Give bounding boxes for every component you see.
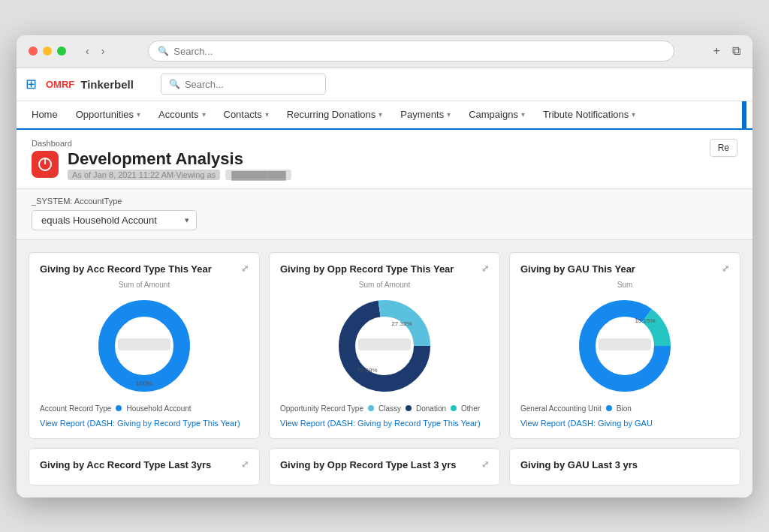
chevron-down-icon: ▾	[632, 110, 635, 119]
viewing-as-badge: ▓▓▓▓▓▓▓▓▓	[225, 170, 291, 180]
chevron-down-icon: ▾	[137, 110, 140, 119]
legend-dot-classy	[368, 405, 374, 411]
forward-button[interactable]: ›	[97, 44, 110, 59]
chevron-down-icon: ▾	[378, 110, 382, 119]
chevron-down-icon: ▾	[265, 110, 269, 119]
filter-select[interactable]: equals Household Account	[32, 210, 197, 230]
traffic-lights	[29, 47, 66, 56]
svg-text:72.68%: 72.68%	[357, 367, 377, 374]
legend: Opportunity Record Type Classy Donation …	[280, 404, 489, 413]
back-button[interactable]: ‹	[81, 44, 94, 59]
legend: Account Record Type Household Account	[40, 404, 249, 413]
nav-recurring-donations[interactable]: Recurring Donations ▾	[278, 101, 392, 128]
nav-payments-label: Payments	[400, 109, 444, 120]
nav-campaigns[interactable]: Campaigns ▾	[460, 101, 534, 128]
card-title: Giving by Opp Record Type This Year ⤢	[280, 263, 489, 275]
windows-button[interactable]: ⧉	[732, 44, 740, 58]
chart-area: 100%	[40, 293, 249, 398]
app-logo: OMRF	[46, 79, 74, 90]
card-giving-acc-last3: Giving by Acc Record Type Last 3yrs ⤢	[29, 448, 260, 485]
chevron-down-icon: ▾	[521, 110, 525, 119]
svg-text:15.15%: 15.15%	[635, 317, 655, 324]
nav-contacts-label: Contacts	[224, 109, 262, 120]
chart-label: Sum	[520, 281, 729, 289]
legend-axis-label: General Accounting Unit	[520, 404, 602, 413]
dashboard: Giving by Acc Record Type This Year ⤢ Su…	[17, 240, 752, 497]
chart-label: Sum of Amount	[280, 281, 489, 289]
svg-text:27.32%: 27.32%	[391, 320, 412, 327]
nav-contacts[interactable]: Contacts ▾	[215, 101, 278, 128]
legend-label-bion: Bion	[617, 404, 632, 413]
logo-text: OMRF	[46, 79, 74, 90]
expand-icon[interactable]: ⤢	[241, 263, 249, 274]
titlebar: ‹ › 🔍 + ⧉	[17, 35, 752, 68]
legend-label-classy: Classy	[378, 404, 401, 413]
view-report-link[interactable]: View Report (DASH: Giving by Record Type…	[40, 419, 249, 428]
re-button[interactable]: Re	[710, 139, 737, 157]
card-giving-opp-last3: Giving by Opp Record Type Last 3 yrs ⤢	[269, 448, 500, 485]
chevron-down-icon: ▾	[447, 110, 451, 119]
nav-home[interactable]: Home	[23, 101, 67, 128]
url-input[interactable]	[173, 46, 664, 57]
app-header: ⊞ OMRF Tinkerbell 🔍	[17, 68, 752, 101]
card-title: Giving by GAU Last 3 yrs	[520, 459, 729, 470]
navbar: Home Opportunities ▾ Accounts ▾ Contacts…	[17, 101, 752, 130]
page-header: Dashboard Development Analysis As of Jan…	[17, 130, 752, 189]
expand-icon[interactable]: ⤢	[481, 263, 489, 274]
legend-label-household: Household Account	[126, 404, 191, 413]
close-button[interactable]	[29, 47, 38, 56]
chart-label: Sum of Amount	[40, 281, 249, 289]
legend-label-donation: Donation	[416, 404, 446, 413]
url-bar[interactable]: 🔍	[148, 41, 674, 62]
donut-chart-opp: 72.68% 27.32%	[336, 297, 433, 395]
chevron-down-icon: ▾	[202, 110, 206, 119]
expand-icon[interactable]: ⤢	[481, 459, 489, 470]
nav-home-label: Home	[32, 109, 58, 120]
system-filter-label: _SYSTEM: AccountType	[32, 197, 737, 206]
search-icon: 🔍	[158, 46, 169, 56]
app-name: Tinkerbell	[80, 78, 134, 91]
nav-tribute-notifications[interactable]: Tribute Notifications ▾	[534, 101, 644, 128]
add-tab-button[interactable]: +	[713, 44, 720, 58]
legend-dot-household	[116, 405, 122, 411]
svg-rect-4	[118, 338, 170, 350]
legend-dot-donation	[406, 405, 412, 411]
grid-icon[interactable]: ⊞	[26, 76, 37, 92]
card-title: Giving by Acc Record Type This Year ⤢	[40, 263, 249, 275]
svg-rect-9	[358, 338, 411, 350]
page-title: Development Analysis	[68, 149, 291, 169]
page-title-row: Development Analysis As of Jan 8, 2021 1…	[32, 149, 291, 179]
legend-axis-label: Account Record Type	[40, 404, 111, 413]
app-search-icon: 🔍	[169, 79, 180, 89]
nav-arrows: ‹ ›	[81, 44, 109, 59]
legend: General Accounting Unit Bion	[520, 404, 729, 413]
maximize-button[interactable]	[57, 47, 66, 56]
view-report-link[interactable]: View Report (DASH: Giving by GAU	[520, 419, 729, 428]
page-meta: As of Jan 8, 2021 11:22 AM·Viewing as ▓▓…	[68, 170, 291, 179]
nav-payments[interactable]: Payments ▾	[391, 101, 460, 128]
expand-icon[interactable]: ⤢	[722, 263, 729, 274]
dashboard-icon	[38, 157, 53, 172]
card-giving-gau: Giving by GAU This Year ⤢ Sum 15.15%	[509, 252, 740, 439]
filter-wrapper: equals Household Account ▾	[32, 210, 197, 230]
nav-tribute-label: Tribute Notifications	[543, 109, 629, 120]
legend-dot-bion	[606, 405, 612, 411]
minimize-button[interactable]	[43, 47, 52, 56]
card-title: Giving by GAU This Year ⤢	[520, 263, 729, 275]
nav-accounts[interactable]: Accounts ▾	[149, 101, 214, 128]
card-title: Giving by Opp Record Type Last 3 yrs ⤢	[280, 459, 489, 470]
expand-icon[interactable]: ⤢	[241, 459, 249, 470]
view-report-link[interactable]: View Report (DASH: Giving by Record Type…	[280, 419, 489, 428]
nav-recurring-label: Recurring Donations	[287, 109, 376, 120]
svg-text:100%: 100%	[135, 380, 152, 387]
donut-chart-gau: 15.15%	[576, 297, 674, 395]
nav-opportunities-label: Opportunities	[76, 109, 134, 120]
chart-area: 72.68% 27.32%	[280, 293, 489, 398]
app-window: ‹ › 🔍 + ⧉ ⊞ OMRF Tinkerbell 🔍 Home Oppor…	[17, 35, 752, 497]
app-search-bar[interactable]: 🔍	[161, 74, 326, 95]
filter-bar: _SYSTEM: AccountType equals Household Ac…	[17, 189, 752, 240]
nav-accounts-label: Accounts	[158, 109, 198, 120]
app-search-input[interactable]	[185, 79, 318, 90]
legend-dot-other	[451, 405, 457, 411]
nav-opportunities[interactable]: Opportunities ▾	[67, 101, 149, 128]
